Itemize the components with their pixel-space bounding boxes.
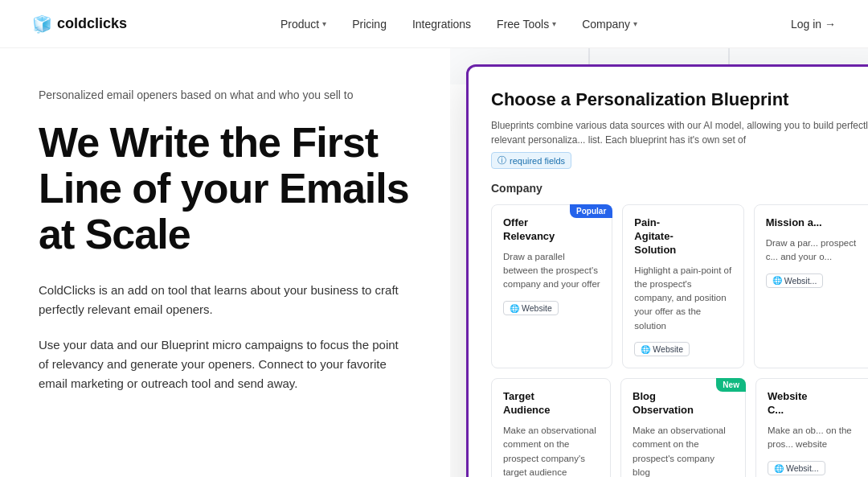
navbar: 🧊 coldclicks Product ▾ Pricing Integrati… — [0, 0, 868, 48]
logo-icon: 🧊 — [32, 14, 52, 34]
card-desc: Highlight a pain-point of the prospect's… — [634, 264, 731, 333]
blueprint-title: Choose a Personalization Blueprint — [491, 89, 868, 110]
nav-links: Product ▾ Pricing Integrations Free Tool… — [280, 18, 637, 31]
card-desc: Make an observational comment on the pro… — [503, 424, 599, 477]
card-title: Blog Observation — [633, 390, 734, 417]
card-website-partial[interactable]: Website C... Make an ob... on the pros..… — [755, 378, 868, 477]
main-container: Personalized email openers based on what… — [0, 48, 868, 477]
hero-section: Personalized email openers based on what… — [0, 48, 450, 477]
card-title: Website C... — [768, 390, 863, 417]
card-mission[interactable]: Mission a... Draw a par... prospect c...… — [754, 204, 868, 368]
chevron-down-icon: ▾ — [322, 19, 326, 28]
card-tag-website: 🌐 Websit... — [768, 461, 825, 475]
globe-icon: 🌐 — [774, 464, 784, 473]
hero-desc1: ColdClicks is an add on tool that learns… — [39, 281, 411, 319]
chevron-down-icon: ▾ — [552, 19, 556, 28]
nav-item-company[interactable]: Company ▾ — [582, 18, 637, 31]
hero-headline: We Write the First Line of your Emails a… — [39, 120, 411, 258]
card-desc: Make an ob... on the pros... website — [768, 424, 863, 452]
card-tag-website: 🌐 Website — [503, 301, 559, 315]
globe-icon: 🌐 — [772, 276, 782, 285]
card-desc: Make an observational comment on the pro… — [633, 424, 734, 477]
card-offer-relevancy[interactable]: Popular Offer Relevancy Draw a parallel … — [491, 204, 612, 368]
card-desc: Draw a par... prospect c... and your o..… — [766, 236, 863, 265]
blueprint-panel: Choose a Personalization Blueprint Bluep… — [466, 64, 868, 477]
card-tag-website: 🌐 Website — [634, 342, 690, 356]
badge-new: New — [716, 378, 746, 392]
blueprint-desc: Blueprints combine various data sources … — [491, 118, 868, 147]
hero-subtitle: Personalized email openers based on what… — [39, 87, 411, 104]
card-title: Pain-Agitate-Solution — [634, 216, 731, 257]
nav-item-pricing[interactable]: Pricing — [352, 18, 387, 31]
card-tag-website: 🌐 Websit... — [766, 273, 824, 288]
card-blog-observation[interactable]: New Blog Observation Make an observation… — [620, 378, 746, 477]
card-target-audience[interactable]: Target Audience Make an observational co… — [491, 378, 611, 477]
required-fields-badge[interactable]: ⓘ required fields — [491, 152, 571, 169]
logo-text: coldclicks — [57, 15, 127, 32]
card-title: Offer Relevancy — [503, 216, 600, 244]
nav-item-free-tools[interactable]: Free Tools ▾ — [497, 18, 556, 31]
hero-desc2: Use your data and our Blueprint micro ca… — [39, 335, 411, 393]
globe-icon: 🌐 — [510, 304, 519, 313]
globe-icon: 🌐 — [641, 345, 650, 354]
chevron-down-icon: ▾ — [633, 19, 637, 28]
badge-popular: Popular — [570, 204, 612, 218]
logo[interactable]: 🧊 coldclicks — [32, 14, 127, 34]
cards-row-2: Target Audience Make an observational co… — [491, 378, 868, 477]
card-title: Target Audience — [503, 390, 599, 417]
login-button[interactable]: Log in → — [791, 18, 836, 31]
cards-row-1: Popular Offer Relevancy Draw a parallel … — [491, 204, 868, 368]
info-icon: ⓘ — [497, 154, 506, 167]
nav-item-product[interactable]: Product ▾ — [280, 18, 326, 31]
card-desc: Draw a parallel between the prospect's c… — [503, 250, 600, 292]
right-panel: Choose a Personalization Blueprint Bluep… — [450, 48, 868, 477]
company-section-label: Company — [491, 182, 868, 195]
card-pain-agitate[interactable]: Pain-Agitate-Solution Highlight a pain-p… — [622, 204, 743, 368]
card-title: Mission a... — [766, 216, 863, 230]
nav-item-integrations[interactable]: Integrations — [412, 18, 471, 31]
